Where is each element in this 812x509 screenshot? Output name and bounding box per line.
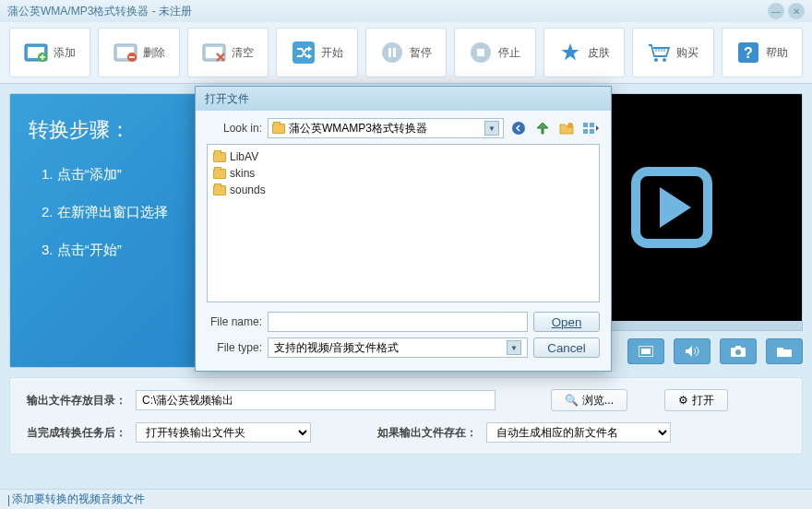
folder-icon	[213, 185, 226, 195]
buy-button[interactable]: 购买	[632, 28, 713, 77]
help-button[interactable]: ? 帮助	[722, 28, 803, 77]
if-exists-select[interactable]: 自动生成相应的新文件名	[486, 422, 671, 443]
add-button[interactable]: 添加	[9, 28, 90, 77]
browse-icon: 🔍	[565, 394, 579, 407]
film-add-icon	[24, 43, 48, 62]
svg-rect-13	[477, 49, 484, 56]
statusbar: | 添加要转换的视频音频文件	[0, 489, 812, 509]
film-delete-icon	[113, 43, 137, 62]
start-label: 开始	[321, 45, 343, 61]
pause-button[interactable]: 暂停	[365, 28, 447, 77]
fullscreen-button[interactable]	[627, 338, 664, 364]
if-exists-label: 如果输出文件存在：	[366, 425, 477, 441]
open-output-button[interactable]: ⚙打开	[664, 389, 728, 411]
svg-point-14	[654, 58, 658, 62]
svg-point-9	[382, 42, 402, 63]
lookin-value: 蒲公英WMAMP3格式转换器	[289, 121, 481, 136]
help-icon: ?	[736, 43, 760, 62]
output-dir-input[interactable]	[136, 390, 496, 410]
filetype-label: File type:	[207, 341, 262, 354]
browse-button[interactable]: 🔍浏览...	[551, 389, 627, 411]
dropdown-icon: ▼	[507, 340, 521, 355]
minimize-button[interactable]: —	[768, 3, 784, 19]
buy-label: 购买	[676, 45, 699, 61]
svg-rect-28	[590, 129, 594, 134]
open-file-dialog: 打开文件 Look in: 蒲公英WMAMP3格式转换器 ▼ LibAV ski…	[195, 86, 612, 372]
stop-button[interactable]: 停止	[454, 28, 535, 77]
filename-label: File name:	[207, 315, 262, 328]
lookin-label: Look in:	[207, 122, 262, 135]
after-task-select[interactable]: 打开转换输出文件夹	[136, 422, 311, 443]
film-clear-icon	[202, 43, 226, 62]
folder-button[interactable]	[766, 338, 803, 364]
volume-button[interactable]	[674, 338, 710, 364]
new-folder-button[interactable]	[557, 119, 576, 137]
pause-label: 暂停	[410, 45, 432, 61]
after-task-label: 当完成转换任务后：	[27, 425, 126, 441]
folder-icon	[213, 169, 226, 179]
svg-rect-27	[583, 129, 588, 134]
svg-point-22	[735, 349, 741, 355]
up-button[interactable]	[533, 119, 552, 137]
svg-point-15	[663, 58, 666, 62]
svg-rect-10	[388, 48, 391, 57]
svg-rect-19	[641, 349, 651, 354]
cancel-button[interactable]: Cancel	[533, 337, 600, 358]
lookin-select[interactable]: 蒲公英WMAMP3格式转换器 ▼	[268, 118, 504, 138]
view-button[interactable]	[581, 119, 600, 137]
toolbar: 添加 删除 清空 开始 暂停 停止 皮肤 购买	[0, 22, 812, 84]
stop-icon	[469, 43, 493, 62]
svg-text:?: ?	[744, 45, 753, 61]
delete-label: 删除	[143, 45, 165, 61]
svg-rect-26	[590, 123, 594, 127]
list-item[interactable]: skins	[213, 165, 593, 182]
help-label: 帮助	[766, 45, 788, 61]
stop-label: 停止	[498, 45, 520, 61]
svg-point-23	[512, 122, 525, 135]
clear-label: 清空	[232, 45, 254, 61]
play-icon	[631, 167, 712, 248]
output-panel: 输出文件存放目录： 🔍浏览... ⚙打开 当完成转换任务后： 打开转换输出文件夹…	[9, 377, 803, 455]
folder-icon	[213, 152, 226, 162]
close-button[interactable]: ✕	[788, 3, 805, 19]
pause-icon	[380, 43, 404, 62]
dropdown-icon: ▼	[484, 121, 499, 136]
titlebar: 蒲公英WMA/MP3格式转换器 - 未注册 — ✕	[0, 0, 812, 22]
svg-rect-11	[393, 48, 396, 57]
skin-label: 皮肤	[588, 45, 610, 61]
star-icon	[558, 43, 582, 62]
clear-button[interactable]: 清空	[187, 28, 269, 77]
output-dir-label: 输出文件存放目录：	[27, 393, 126, 408]
shuffle-icon	[292, 43, 316, 62]
folder-icon	[272, 124, 285, 134]
status-text: 添加要转换的视频音频文件	[12, 491, 145, 507]
snapshot-button[interactable]	[720, 338, 757, 364]
svg-point-24	[567, 123, 573, 128]
list-item[interactable]: LibAV	[213, 148, 593, 165]
cart-icon	[647, 43, 671, 62]
list-item[interactable]: sounds	[213, 182, 593, 198]
dialog-title: 打开文件	[196, 87, 611, 111]
filename-input[interactable]	[268, 312, 528, 332]
skin-button[interactable]: 皮肤	[543, 28, 625, 77]
open-icon: ⚙	[678, 394, 688, 407]
add-label: 添加	[54, 45, 76, 61]
delete-button[interactable]: 删除	[98, 28, 179, 77]
open-button[interactable]: Open	[533, 312, 600, 332]
start-button[interactable]: 开始	[276, 28, 357, 77]
svg-rect-21	[735, 346, 741, 349]
app-title: 蒲公英WMA/MP3格式转换器 - 未注册	[7, 4, 764, 19]
svg-rect-25	[583, 123, 588, 127]
back-button[interactable]	[509, 119, 528, 137]
filetype-select[interactable]: 支持的视频/音频文件格式 ▼	[268, 337, 528, 358]
file-list[interactable]: LibAV skins sounds	[207, 144, 600, 302]
